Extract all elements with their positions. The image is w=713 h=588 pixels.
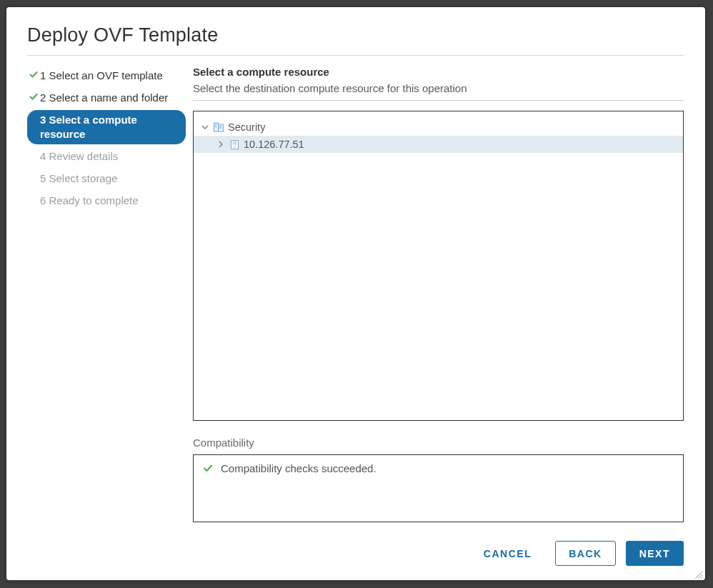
wizard-step-6[interactable]: 6 Ready to complete	[27, 191, 186, 211]
next-button[interactable]: NEXT	[626, 541, 684, 566]
svg-rect-4	[219, 126, 221, 126]
compatibility-panel: Compatibility checks succeeded.	[193, 454, 684, 522]
svg-rect-0	[214, 123, 219, 131]
compatibility-message: Compatibility checks succeeded.	[202, 462, 674, 474]
tree-row-host[interactable]: 10.126.77.51	[194, 136, 683, 153]
datacenter-icon	[214, 122, 224, 132]
wizard-step-5[interactable]: 5 Select storage	[27, 169, 186, 189]
wizard-step-4[interactable]: 4 Review details	[27, 146, 186, 166]
host-icon	[229, 139, 239, 149]
checkmark-icon	[202, 462, 214, 474]
cancel-button[interactable]: CANCEL	[470, 541, 545, 566]
wizard-content: Select a compute resource Select the des…	[193, 66, 684, 566]
wizard-step-label: 2 Select a name and folder	[40, 91, 168, 105]
svg-rect-8	[232, 144, 236, 144]
svg-line-12	[701, 577, 702, 579]
svg-rect-3	[215, 126, 216, 127]
svg-rect-6	[231, 140, 238, 149]
tree-row-datacenter[interactable]: Security	[194, 119, 683, 136]
svg-rect-2	[215, 124, 216, 125]
wizard-steps: 1 Select an OVF template 2 Select a name…	[27, 66, 193, 566]
dialog-title: Deploy OVF Template	[27, 24, 684, 56]
wizard-step-label: 6 Ready to complete	[40, 194, 139, 208]
chevron-down-icon[interactable]	[201, 123, 209, 131]
wizard-step-label: 1 Select an OVF template	[40, 69, 163, 83]
checkmark-icon	[27, 91, 40, 105]
wizard-step-1[interactable]: 1 Select an OVF template	[27, 66, 186, 86]
deploy-ovf-dialog: Deploy OVF Template 1 Select an OVF temp…	[6, 7, 705, 580]
tree-item-label: Security	[228, 121, 265, 133]
svg-rect-5	[219, 128, 221, 129]
wizard-step-3[interactable]: 3 Select a compute resource	[27, 110, 186, 144]
wizard-step-label: 3 Select a compute resource	[40, 113, 179, 141]
compatibility-label: Compatibility	[193, 437, 684, 449]
section-subheading: Select the destination compute resource …	[193, 82, 684, 101]
wizard-footer: CANCEL BACK NEXT	[193, 522, 684, 566]
resize-grip-icon[interactable]	[694, 569, 702, 577]
section-heading: Select a compute resource	[193, 66, 684, 78]
compute-resource-tree[interactable]: Security	[193, 111, 684, 421]
back-button[interactable]: BACK	[555, 541, 615, 566]
tree-item-label: 10.126.77.51	[244, 139, 304, 150]
svg-point-9	[234, 146, 235, 147]
chevron-right-icon[interactable]	[216, 140, 225, 149]
wizard-step-label: 5 Select storage	[40, 171, 117, 186]
compatibility-text: Compatibility checks succeeded.	[221, 462, 377, 474]
checkmark-icon	[27, 69, 40, 83]
svg-rect-7	[232, 141, 236, 142]
wizard-step-2[interactable]: 2 Select a name and folder	[27, 88, 186, 108]
wizard-step-label: 4 Review details	[40, 149, 118, 164]
